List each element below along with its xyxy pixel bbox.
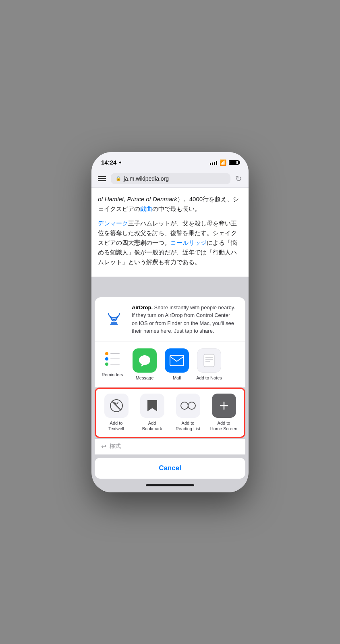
reminder-row-3	[105, 363, 120, 366]
home-bar	[146, 484, 194, 486]
content-line1: of Hamlet, Prince of Denmark	[98, 196, 177, 202]
content-link-plays[interactable]: 戯曲	[140, 205, 152, 212]
menu-line-1	[98, 176, 106, 177]
content-link-coleridge[interactable]: コールリッジ	[170, 239, 207, 246]
content-link-denmark[interactable]: デンマーク	[98, 220, 128, 227]
action-item-home-screen[interactable]: Add toHome Screen	[207, 394, 241, 432]
app-item-message[interactable]: Message	[130, 348, 159, 381]
home-screen-icon	[212, 394, 236, 418]
home-screen-label: Add toHome Screen	[210, 420, 237, 432]
time-display: 14:24	[101, 159, 116, 166]
status-time: 14:24 ◂	[101, 159, 121, 166]
mail-icon	[165, 348, 189, 373]
apps-row: Reminders Message	[98, 348, 242, 381]
app-item-mail[interactable]: Mail	[162, 348, 191, 381]
action-item-bookmark[interactable]: AddBookmark	[135, 394, 169, 432]
location-arrow-icon: ◂	[119, 160, 121, 165]
notes-icon	[197, 348, 221, 373]
reminder-dot-2	[105, 357, 108, 361]
menu-line-3	[98, 180, 106, 181]
reminder-dot-1	[105, 352, 108, 355]
highlighted-actions-section: Add toTextwell AddBookmark	[95, 388, 245, 438]
lock-icon: 🔒	[116, 176, 121, 181]
status-bar: 14:24 ◂ 📶	[91, 152, 249, 170]
svg-point-13	[188, 402, 195, 409]
bottom-icon: ↩	[101, 443, 106, 450]
signal-bar-4	[216, 161, 217, 165]
status-icons: 📶	[210, 159, 239, 166]
apps-row-section: Reminders Message	[95, 342, 245, 388]
battery-icon	[229, 160, 239, 165]
wifi-icon: 📶	[220, 159, 226, 166]
svg-marker-4	[141, 364, 145, 367]
textwell-label: Add toTextwell	[108, 420, 124, 432]
reminder-dot-3	[105, 363, 108, 366]
airdrop-title: AirDrop.	[132, 304, 153, 311]
bookmark-icon	[140, 394, 164, 418]
menu-line-2	[98, 178, 106, 179]
bookmark-label: AddBookmark	[142, 420, 162, 432]
reading-list-icon	[176, 394, 200, 418]
airdrop-icon	[103, 307, 125, 331]
web-content: of Hamlet, Prince of Denmark）。4000行を超え、シ…	[91, 188, 249, 277]
svg-rect-6	[204, 354, 214, 367]
svg-line-11	[112, 401, 121, 410]
app-item-notes[interactable]: Add to Notes	[195, 348, 224, 381]
reminder-row-2	[105, 357, 120, 361]
reminders-icon	[102, 348, 123, 369]
svg-rect-5	[170, 355, 184, 366]
svg-point-12	[181, 402, 188, 409]
home-indicator	[91, 479, 249, 492]
textwell-icon	[104, 394, 129, 418]
app-item-reminders[interactable]: Reminders	[98, 348, 127, 377]
svg-point-3	[139, 355, 150, 365]
reminder-line-1	[110, 353, 120, 354]
phone-frame: 14:24 ◂ 📶 🔒 ja.m.wikipedia.org	[91, 152, 249, 492]
cancel-button[interactable]: Cancel	[95, 458, 245, 479]
menu-icon[interactable]	[98, 176, 106, 181]
reminder-row-1	[105, 352, 120, 355]
reminder-line-2	[110, 358, 120, 359]
notes-label: Add to Notes	[196, 375, 222, 381]
reminders-label: Reminders	[102, 372, 123, 377]
mail-label: Mail	[173, 375, 181, 381]
refresh-icon[interactable]: ↻	[235, 174, 242, 183]
share-sheet: AirDrop. Share instantly with people nea…	[91, 297, 249, 492]
cancel-label: Cancel	[159, 464, 181, 472]
airdrop-description: AirDrop. Share instantly with people nea…	[132, 304, 237, 335]
bottom-text: 檸式	[110, 443, 121, 450]
action-item-textwell[interactable]: Add toTextwell	[99, 394, 133, 432]
signal-bar-3	[214, 162, 215, 165]
url-bar[interactable]: 🔒 ja.m.wikipedia.org	[111, 173, 230, 184]
signal-bar-2	[212, 163, 213, 165]
nav-bar: 🔒 ja.m.wikipedia.org ↻	[91, 170, 249, 188]
battery-fill	[230, 161, 236, 164]
airdrop-section: AirDrop. Share instantly with people nea…	[95, 297, 245, 342]
action-item-reading-list[interactable]: Add toReading List	[171, 394, 205, 432]
content-paragraph2: デンマーク王子ハムレットが、父を殺し母を奪い王位を簒奪した叔父を討ち、復讐を果た…	[98, 219, 242, 267]
signal-bars-icon	[210, 160, 217, 165]
actions-row: Add toTextwell AddBookmark	[99, 394, 241, 432]
signal-bar-1	[210, 163, 211, 165]
reminder-line-3	[110, 364, 120, 365]
reading-list-label: Add toReading List	[176, 420, 200, 432]
message-icon	[133, 348, 157, 373]
message-label: Message	[136, 375, 154, 381]
bottom-text-strip: ↩ 檸式	[95, 439, 245, 454]
url-text: ja.m.wikipedia.org	[124, 175, 169, 182]
